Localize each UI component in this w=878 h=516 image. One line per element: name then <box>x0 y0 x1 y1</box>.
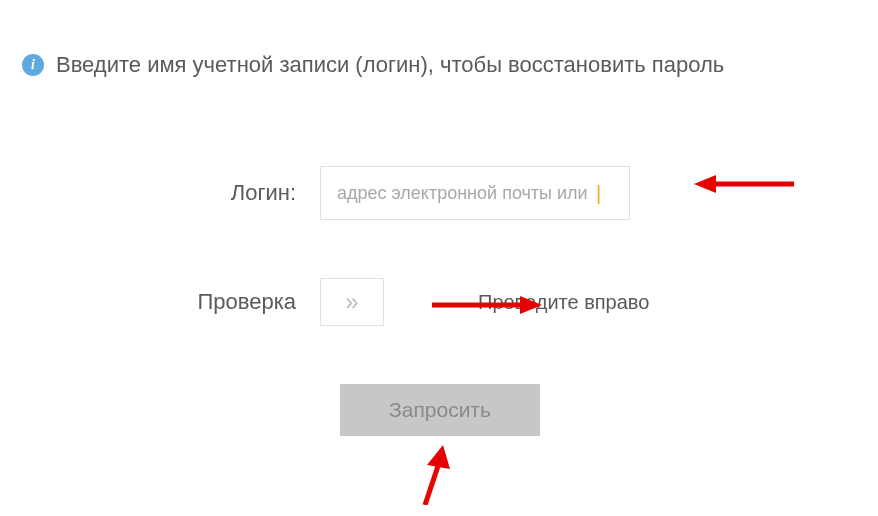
login-label: Логин: <box>0 180 320 206</box>
chevron-right-icon: » <box>345 288 358 316</box>
slider-hint: Проведите вправо <box>478 291 649 314</box>
info-banner: i Введите имя учетной записи (логин), чт… <box>22 52 878 78</box>
submit-button[interactable]: Запросить <box>340 384 540 436</box>
slider-handle[interactable]: » <box>320 278 384 326</box>
svg-marker-5 <box>427 445 450 469</box>
info-icon: i <box>22 54 44 76</box>
verify-row: Проверка » Проведите вправо <box>0 278 878 326</box>
recovery-form: Логин: | Проверка » Проведите вправо Зап… <box>0 166 878 436</box>
slider-captcha: » Проведите вправо <box>320 278 680 326</box>
svg-line-4 <box>425 463 439 505</box>
info-message: Введите имя учетной записи (логин), чтоб… <box>56 52 724 78</box>
verify-label: Проверка <box>0 289 320 315</box>
login-row: Логин: | <box>0 166 878 220</box>
annotation-arrow-icon <box>415 445 455 505</box>
login-input[interactable] <box>320 166 630 220</box>
